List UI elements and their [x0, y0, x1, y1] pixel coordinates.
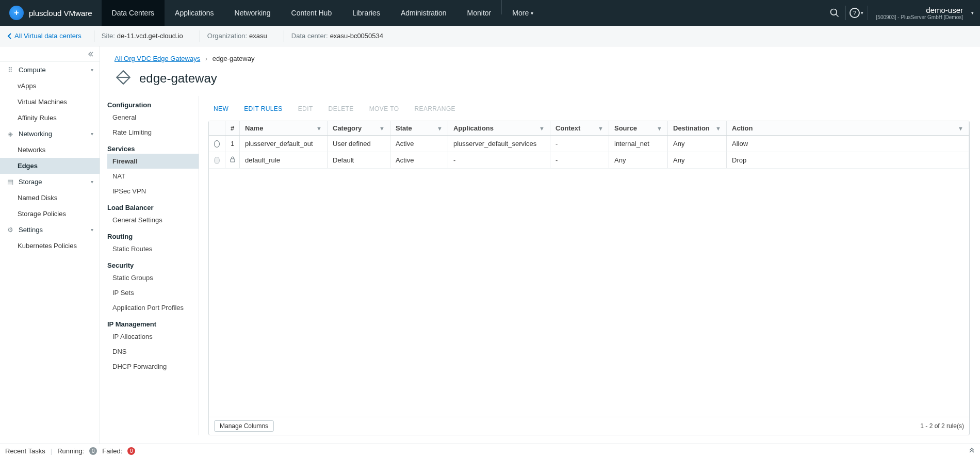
col-select	[209, 121, 225, 135]
chevron-down-icon: ▾	[971, 10, 974, 15]
inner-group-routing: Routing	[107, 227, 199, 241]
tab-monitor[interactable]: Monitor	[457, 0, 502, 26]
new-button[interactable]: New	[208, 102, 234, 116]
filter-icon[interactable]: ▼	[316, 125, 322, 132]
running-label: Running:	[57, 447, 84, 455]
inner-item-ip-sets[interactable]: IP Sets	[107, 285, 199, 300]
inner-item-firewall[interactable]: Firewall	[107, 154, 199, 169]
nav-item-virtual-machines[interactable]: Virtual Machines	[0, 94, 100, 110]
chevron-down-icon: ▾	[861, 10, 863, 15]
breadcrumb-leaf: edge-gateway	[213, 55, 255, 62]
help-icon: ?	[850, 8, 860, 18]
dc-value: exasu-bc0050534	[330, 32, 383, 40]
firewall-rules-panel: New Edit Rules Edit Delete Move to Rearr…	[199, 96, 980, 435]
expand-tasks-button[interactable]	[969, 447, 975, 455]
col-source[interactable]: Source▼	[609, 121, 668, 135]
col-name[interactable]: Name▼	[240, 121, 328, 135]
filter-icon[interactable]: ▼	[539, 125, 545, 132]
nav-item-kubernetes-policies[interactable]: Kubernetes Policies	[0, 238, 100, 254]
filter-icon[interactable]: ▼	[598, 125, 603, 132]
filter-icon[interactable]: ▼	[379, 125, 385, 132]
col-context[interactable]: Context▼	[550, 121, 609, 135]
nav-group-compute[interactable]: ⠿Compute▾	[0, 62, 100, 78]
cell-context: -	[550, 136, 609, 152]
inner-group-security: Security	[107, 256, 199, 270]
back-link[interactable]: All Virtual data centers	[7, 32, 81, 40]
col-number[interactable]: #	[225, 121, 240, 135]
cell-apps: -	[448, 152, 550, 168]
nav-group-networking[interactable]: ◈Networking▾	[0, 126, 100, 142]
col-apps[interactable]: Applications▼	[448, 121, 550, 135]
nav-item-storage-policies[interactable]: Storage Policies	[0, 206, 100, 222]
nav-item-vapps[interactable]: vApps	[0, 78, 100, 94]
filter-icon[interactable]: ▼	[657, 125, 662, 132]
nav-item-networks[interactable]: Networks	[0, 142, 100, 158]
tab-applications[interactable]: Applications	[165, 0, 224, 26]
tab-networking[interactable]: Networking	[224, 0, 281, 26]
tab-administration[interactable]: Administration	[390, 0, 457, 26]
user-menu[interactable]: demo-user [500903] - PlusServer GmbH [De…	[868, 6, 971, 20]
inner-group-configuration: Configuration	[107, 96, 199, 110]
col-category[interactable]: Category▼	[328, 121, 390, 135]
edit-rules-button[interactable]: Edit Rules	[239, 102, 287, 116]
filter-icon[interactable]: ▼	[437, 125, 443, 132]
cell-apps: plusserver_default_services	[448, 136, 550, 152]
nav-group-settings[interactable]: ⚙Settings▾	[0, 222, 100, 238]
inner-group-ip-management: IP Management	[107, 315, 199, 329]
recent-tasks-label[interactable]: Recent Tasks	[5, 447, 45, 455]
col-state[interactable]: State▼	[390, 121, 448, 135]
inner-item-ip-allocations[interactable]: IP Allocations	[107, 329, 199, 344]
nav-item-affinity-rules[interactable]: Affinity Rules	[0, 110, 100, 126]
inner-item-dns[interactable]: DNS	[107, 344, 199, 359]
row-number: 1	[225, 136, 240, 152]
inner-nav: ConfigurationGeneralRate LimitingService…	[100, 96, 199, 435]
brand-text: pluscloud VMware	[29, 9, 92, 18]
row-select[interactable]	[209, 136, 225, 152]
nav-group-storage[interactable]: ▤Storage▾	[0, 174, 100, 190]
filter-icon[interactable]: ▼	[715, 125, 721, 132]
inner-item-application-port-profiles[interactable]: Application Port Profiles	[107, 300, 199, 315]
breadcrumb-root[interactable]: All Org VDC Edge Gateways	[115, 55, 200, 62]
site-value: de-11.vcd.get-cloud.io	[117, 32, 183, 40]
tab-libraries[interactable]: Libraries	[342, 0, 390, 26]
running-count: 0	[89, 447, 97, 455]
inner-item-rate-limiting[interactable]: Rate Limiting	[107, 125, 199, 140]
inner-item-general[interactable]: General	[107, 110, 199, 125]
inner-item-nat[interactable]: NAT	[107, 169, 199, 184]
inner-item-dhcp-forwarding[interactable]: DHCP Forwarding	[107, 359, 199, 374]
inner-item-ipsec-vpn[interactable]: IPSec VPN	[107, 184, 199, 199]
nav-item-named-disks[interactable]: Named Disks	[0, 190, 100, 206]
tab-data-centers[interactable]: Data Centers	[102, 0, 165, 26]
table-row[interactable]: default_ruleDefaultActive--AnyAnyDrop	[209, 152, 969, 169]
brand-logo[interactable]: pluscloud VMware	[0, 6, 102, 20]
svg-point-0	[830, 9, 837, 15]
row-count: 1 - 2 of 2 rule(s)	[920, 422, 964, 430]
nav-group-icon: ▤	[6, 178, 14, 186]
inner-item-general-settings[interactable]: General Settings	[107, 212, 199, 227]
cell-source: Any	[609, 152, 668, 168]
chevron-down-icon: ▾	[91, 131, 93, 137]
svg-line-1	[836, 14, 838, 17]
manage-columns-button[interactable]: Manage Columns	[214, 420, 274, 432]
tab-content-hub[interactable]: Content Hub	[281, 0, 342, 26]
radio-icon	[214, 140, 220, 148]
edit-button: Edit	[293, 102, 318, 116]
table-row[interactable]: 1plusserver_default_outUser definedActiv…	[209, 136, 969, 152]
nav-item-edges[interactable]: Edges	[0, 158, 100, 174]
col-destination[interactable]: Destination▼	[668, 121, 727, 135]
nav-group-icon: ⚙	[6, 226, 14, 234]
collapse-sidebar-button[interactable]	[0, 46, 100, 62]
breadcrumb: All Org VDC Edge Gateways › edge-gateway	[100, 46, 980, 66]
search-button[interactable]	[824, 0, 845, 26]
top-nav: pluscloud VMware Data Centers Applicatio…	[0, 0, 980, 26]
tab-more[interactable]: More▾	[502, 0, 544, 26]
svg-rect-2	[231, 159, 235, 162]
inner-item-static-routes[interactable]: Static Routes	[107, 241, 199, 256]
filter-icon[interactable]: ▼	[958, 125, 963, 132]
rearrange-button: Rearrange	[409, 102, 461, 116]
help-button[interactable]: ? ▾	[846, 0, 868, 26]
cell-context: -	[550, 152, 609, 168]
col-action[interactable]: Action▼	[727, 121, 969, 135]
inner-item-static-groups[interactable]: Static Groups	[107, 270, 199, 285]
user-name: demo-user	[876, 6, 963, 14]
